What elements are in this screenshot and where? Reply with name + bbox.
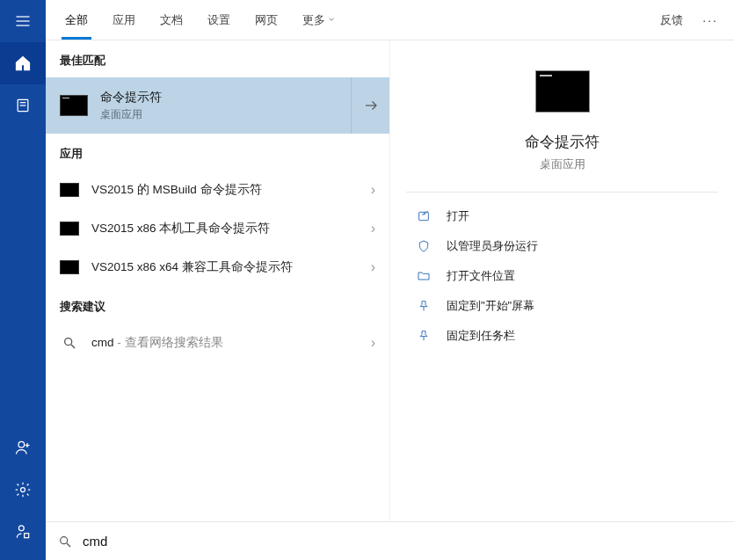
svg-point-9 [21,488,25,492]
chevron-down-icon [327,13,336,26]
section-best-match: 最佳匹配 [46,40,389,77]
best-match-item[interactable]: 命令提示符 桌面应用 [46,77,389,134]
search-bar [46,521,734,560]
section-apps: 应用 [46,134,389,171]
app-result-item[interactable]: VS2015 x86 本机工具命令提示符 › [46,209,389,248]
folder-icon [415,269,432,283]
tab-more-label: 更多 [302,12,325,28]
svg-line-14 [71,345,75,348]
tab-settings[interactable]: 设置 [195,0,243,40]
pin-icon [415,329,432,343]
open-details-arrow[interactable] [351,77,389,134]
svg-rect-11 [25,534,29,538]
search-input[interactable] [83,534,722,549]
best-match-title: 命令提示符 [100,90,351,105]
details-subtitle: 桌面应用 [540,157,585,172]
cmd-icon [60,222,79,236]
app-result-item[interactable]: VS2015 x86 x64 兼容工具命令提示符 › [46,248,389,287]
search-results: 最佳匹配 命令提示符 桌面应用 应用 VS2015 的 MSBuild 命令提示… [46,40,390,521]
tab-docs[interactable]: 文档 [148,0,195,40]
action-label: 打开 [447,208,469,224]
pin-icon [415,299,432,313]
chevron-right-icon: › [371,335,375,351]
search-icon [58,535,72,549]
app-result-label: VS2015 x86 本机工具命令提示符 [91,221,371,236]
suggestion-label: cmd - 查看网络搜索结果 [91,335,371,351]
filter-tabs: 全部 应用 文档 设置 网页 更多 反馈 ··· [46,0,734,40]
settings-icon[interactable] [0,469,46,511]
main-panel: 全部 应用 文档 设置 网页 更多 反馈 ··· 最佳匹配 [46,0,734,560]
details-title: 命令提示符 [525,132,600,152]
menu-icon[interactable] [0,0,46,42]
cmd-icon-large [535,70,590,113]
action-label: 固定到"开始"屏幕 [447,298,534,314]
tab-apps[interactable]: 应用 [100,0,148,40]
svg-line-16 [425,211,428,215]
action-open-location[interactable]: 打开文件位置 [406,261,718,291]
search-icon [60,336,79,350]
chevron-right-icon: › [371,221,375,236]
action-run-admin[interactable]: 以管理员身份运行 [406,231,718,261]
action-label: 固定到任务栏 [447,328,515,344]
action-pin-start[interactable]: 固定到"开始"屏幕 [406,291,718,321]
cmd-icon [60,95,88,116]
app-result-item[interactable]: VS2015 的 MSBuild 命令提示符 › [46,171,389,209]
action-label: 以管理员身份运行 [447,238,538,254]
suggestion-term: cmd [91,336,114,349]
cmd-icon [60,260,79,274]
tab-all[interactable]: 全部 [53,0,100,40]
apps-icon[interactable] [0,84,46,127]
left-sidebar [0,0,46,560]
feedback-link[interactable]: 反馈 [650,12,694,28]
more-options-icon[interactable]: ··· [694,13,727,27]
tab-more[interactable]: 更多 [290,0,348,40]
action-label: 打开文件位置 [447,268,515,284]
person-icon[interactable] [0,426,46,469]
action-open[interactable]: 打开 [406,201,718,231]
svg-point-6 [18,441,25,447]
svg-point-13 [65,338,72,345]
chevron-right-icon: › [371,259,375,275]
action-pin-taskbar[interactable]: 固定到任务栏 [406,321,718,351]
details-panel: 命令提示符 桌面应用 打开 以管理员身份运行 [390,40,734,521]
chevron-right-icon: › [371,182,375,198]
app-result-label: VS2015 x86 x64 兼容工具命令提示符 [91,259,371,275]
best-match-subtitle: 桌面应用 [100,107,351,122]
cmd-icon [60,183,79,197]
svg-line-20 [67,543,70,547]
svg-point-10 [18,526,24,531]
suggestion-hint: - 查看网络搜索结果 [114,336,223,349]
app-result-label: VS2015 的 MSBuild 命令提示符 [91,182,371,198]
svg-rect-15 [419,212,429,220]
shield-icon [415,239,432,253]
home-icon[interactable] [0,42,46,84]
account-icon[interactable] [0,511,46,553]
open-icon [415,209,432,223]
section-suggestions: 搜索建议 [46,287,389,324]
web-suggestion-item[interactable]: cmd - 查看网络搜索结果 › [46,324,389,362]
svg-point-19 [61,536,68,543]
tab-web[interactable]: 网页 [243,0,290,40]
